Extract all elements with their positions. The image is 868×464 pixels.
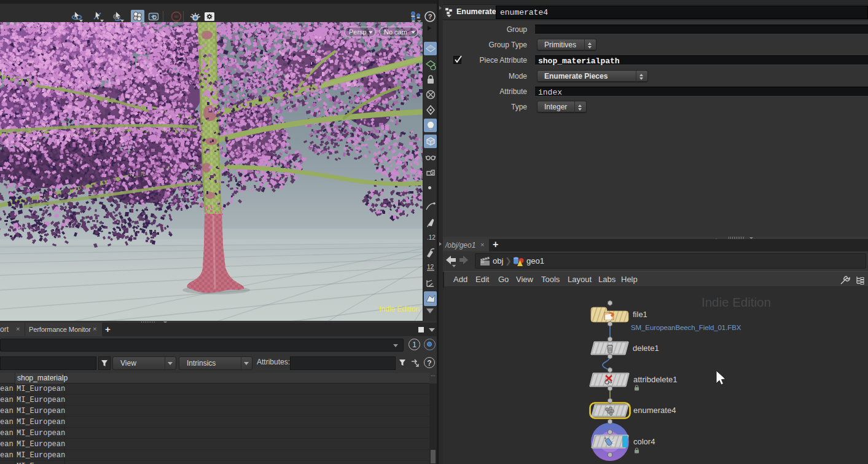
- svg-text:Indie Edition: Indie Edition: [379, 305, 420, 313]
- svg-text:?: ?: [428, 13, 432, 20]
- svg-text:.12: .12: [427, 234, 436, 241]
- svg-text:color4: color4: [633, 437, 655, 446]
- svg-text:12: 12: [427, 264, 434, 270]
- svg-text:attribdelete1: attribdelete1: [633, 375, 678, 384]
- svg-text:file1: file1: [633, 310, 647, 319]
- svg-text:delete1: delete1: [633, 344, 659, 353]
- svg-text:enumerate4: enumerate4: [633, 406, 676, 415]
- svg-text:No cam: No cam: [384, 28, 407, 36]
- svg-text:Persp: Persp: [349, 28, 367, 36]
- svg-text:SM_EuropeanBeech_Field_01.FBX: SM_EuropeanBeech_Field_01.FBX: [631, 324, 741, 331]
- svg-text:Indie Edition: Indie Edition: [702, 295, 771, 309]
